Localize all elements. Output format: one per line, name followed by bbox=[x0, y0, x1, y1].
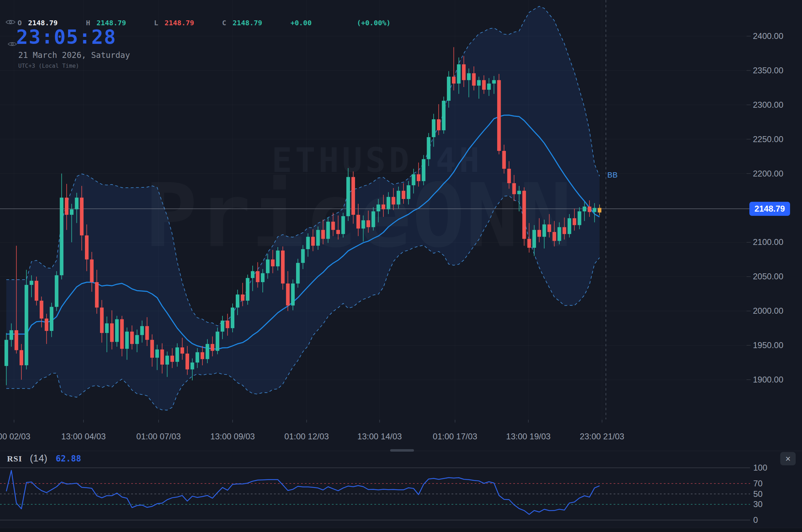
rsi-indicator-params: (14) bbox=[30, 453, 47, 464]
price-label: 2050.00 bbox=[753, 272, 783, 281]
price-label: 2300.00 bbox=[753, 100, 783, 110]
rsi-panel-drag-handle[interactable] bbox=[390, 449, 414, 452]
low-value: 2148.79 bbox=[165, 19, 194, 27]
low-label: L bbox=[154, 19, 158, 27]
rsi-label: 0 bbox=[753, 515, 758, 525]
time-label: 13:00 19/03 bbox=[506, 432, 551, 441]
bb-indicator-label: BB bbox=[607, 171, 617, 180]
time-label: 13:00 09/03 bbox=[210, 432, 255, 441]
time-label: 01:00 17/03 bbox=[433, 432, 477, 441]
close-value: 2148.79 bbox=[233, 19, 262, 27]
rsi-indicator-name: RSI bbox=[7, 454, 22, 464]
rsi-header: RSI (14) 62.88 bbox=[7, 453, 81, 464]
price-label: 1950.00 bbox=[753, 340, 783, 350]
price-label: 2100.00 bbox=[753, 237, 783, 247]
clock: 23:05:28 bbox=[16, 25, 116, 48]
time-label: 00 02/03 bbox=[0, 432, 31, 441]
rsi-label: 70 bbox=[753, 479, 763, 488]
change-value: +0.00 bbox=[290, 19, 312, 27]
rsi-label: 100 bbox=[753, 463, 767, 473]
clock-visibility-eye-icon[interactable] bbox=[8, 41, 17, 48]
price-label: 2400.00 bbox=[753, 31, 783, 41]
price-label: 1900.00 bbox=[753, 375, 783, 385]
change-percent: (+0.00%) bbox=[357, 19, 390, 27]
trading-chart-app: ETHUSD 4H PriceONN O 2148.79 H 2148.79 L… bbox=[0, 0, 802, 532]
rsi-close-button[interactable]: × bbox=[780, 452, 796, 465]
current-date: 21 March 2026, Saturday bbox=[18, 51, 130, 60]
candles-visibility-eye-icon[interactable] bbox=[6, 19, 15, 27]
price-label: 2000.00 bbox=[753, 306, 783, 316]
price-label: 2350.00 bbox=[753, 66, 783, 75]
rsi-indicator-value: 62.88 bbox=[56, 454, 81, 464]
price-label: 2250.00 bbox=[753, 134, 783, 144]
rsi-label: 30 bbox=[753, 499, 763, 509]
close-label: C bbox=[222, 19, 226, 27]
rsi-label: 50 bbox=[753, 489, 763, 499]
timezone-info: UTC+3 (Local Time) bbox=[18, 62, 79, 69]
last-price-tag: 2148.79 bbox=[749, 202, 790, 216]
bottom-bar bbox=[0, 528, 802, 532]
time-label: 01:00 07/03 bbox=[136, 432, 181, 441]
price-label: 2200.00 bbox=[753, 169, 783, 179]
time-label: 23:00 21/03 bbox=[580, 432, 624, 441]
chart-canvas[interactable] bbox=[0, 0, 802, 532]
time-label: 13:00 04/03 bbox=[61, 432, 106, 441]
time-label: 01:00 12/03 bbox=[285, 432, 329, 441]
time-label: 13:00 14/03 bbox=[357, 432, 402, 441]
